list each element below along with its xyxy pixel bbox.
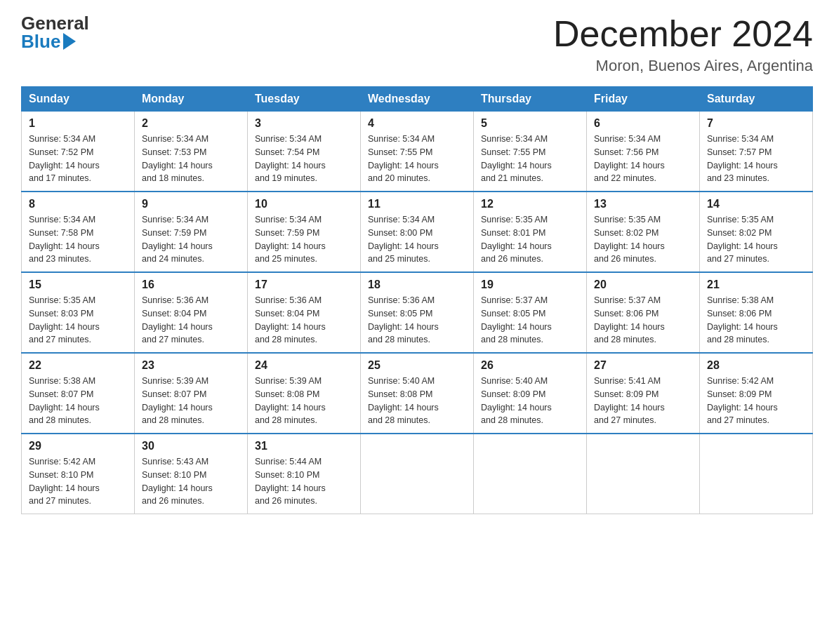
logo-arrow-icon bbox=[63, 33, 76, 50]
location-subtitle: Moron, Buenos Aires, Argentina bbox=[553, 57, 813, 75]
calendar-cell-w1-d5: 5 Sunrise: 5:34 AM Sunset: 7:55 PM Dayli… bbox=[474, 112, 587, 192]
col-header-saturday: Saturday bbox=[700, 87, 813, 112]
day-info: Sunrise: 5:39 AM Sunset: 8:07 PM Dayligh… bbox=[142, 375, 240, 427]
day-info: Sunrise: 5:34 AM Sunset: 7:59 PM Dayligh… bbox=[255, 213, 353, 266]
day-number: 14 bbox=[707, 198, 805, 210]
day-info: Sunrise: 5:42 AM Sunset: 8:09 PM Dayligh… bbox=[707, 375, 805, 427]
day-number: 22 bbox=[29, 359, 127, 372]
day-number: 27 bbox=[594, 359, 692, 372]
day-info: Sunrise: 5:41 AM Sunset: 8:09 PM Dayligh… bbox=[594, 375, 692, 427]
calendar-table: Sunday Monday Tuesday Wednesday Thursday… bbox=[21, 86, 813, 514]
logo: General Blue bbox=[21, 14, 89, 51]
day-number: 7 bbox=[707, 117, 805, 130]
day-number: 8 bbox=[29, 198, 127, 210]
calendar-cell-w5-d6 bbox=[587, 434, 700, 514]
calendar-cell-w3-d4: 18 Sunrise: 5:36 AM Sunset: 8:05 PM Dayl… bbox=[361, 272, 474, 353]
calendar-cell-w1-d3: 3 Sunrise: 5:34 AM Sunset: 7:54 PM Dayli… bbox=[248, 112, 361, 192]
day-number: 29 bbox=[29, 440, 127, 452]
calendar-cell-w4-d3: 24 Sunrise: 5:39 AM Sunset: 8:08 PM Dayl… bbox=[248, 353, 361, 434]
col-header-sunday: Sunday bbox=[22, 87, 135, 112]
calendar-cell-w3-d5: 19 Sunrise: 5:37 AM Sunset: 8:05 PM Dayl… bbox=[474, 272, 587, 353]
calendar-cell-w3-d2: 16 Sunrise: 5:36 AM Sunset: 8:04 PM Dayl… bbox=[135, 272, 248, 353]
col-header-wednesday: Wednesday bbox=[361, 87, 474, 112]
day-number: 12 bbox=[481, 198, 579, 210]
day-number: 1 bbox=[29, 117, 127, 130]
calendar-week-1: 1 Sunrise: 5:34 AM Sunset: 7:52 PM Dayli… bbox=[22, 112, 813, 192]
calendar-cell-w3-d1: 15 Sunrise: 5:35 AM Sunset: 8:03 PM Dayl… bbox=[22, 272, 135, 353]
calendar-cell-w1-d1: 1 Sunrise: 5:34 AM Sunset: 7:52 PM Dayli… bbox=[22, 112, 135, 192]
day-info: Sunrise: 5:35 AM Sunset: 8:02 PM Dayligh… bbox=[707, 213, 805, 266]
day-number: 30 bbox=[142, 440, 240, 452]
calendar-week-2: 8 Sunrise: 5:34 AM Sunset: 7:58 PM Dayli… bbox=[22, 192, 813, 272]
day-info: Sunrise: 5:42 AM Sunset: 8:10 PM Dayligh… bbox=[29, 455, 127, 508]
day-info: Sunrise: 5:36 AM Sunset: 8:04 PM Dayligh… bbox=[142, 294, 240, 347]
calendar-cell-w2-d6: 13 Sunrise: 5:35 AM Sunset: 8:02 PM Dayl… bbox=[587, 192, 700, 272]
calendar-cell-w1-d2: 2 Sunrise: 5:34 AM Sunset: 7:53 PM Dayli… bbox=[135, 112, 248, 192]
day-number: 26 bbox=[481, 359, 579, 372]
day-info: Sunrise: 5:38 AM Sunset: 8:07 PM Dayligh… bbox=[29, 375, 127, 427]
day-number: 13 bbox=[594, 198, 692, 210]
day-info: Sunrise: 5:39 AM Sunset: 8:08 PM Dayligh… bbox=[255, 375, 353, 427]
calendar-cell-w5-d4 bbox=[361, 434, 474, 514]
calendar-week-4: 22 Sunrise: 5:38 AM Sunset: 8:07 PM Dayl… bbox=[22, 353, 813, 434]
day-info: Sunrise: 5:34 AM Sunset: 7:55 PM Dayligh… bbox=[481, 133, 579, 185]
day-info: Sunrise: 5:34 AM Sunset: 7:53 PM Dayligh… bbox=[142, 133, 240, 185]
day-number: 5 bbox=[481, 117, 579, 130]
day-info: Sunrise: 5:34 AM Sunset: 7:54 PM Dayligh… bbox=[255, 133, 353, 185]
day-number: 17 bbox=[255, 279, 353, 291]
day-info: Sunrise: 5:40 AM Sunset: 8:09 PM Dayligh… bbox=[481, 375, 579, 427]
day-info: Sunrise: 5:35 AM Sunset: 8:03 PM Dayligh… bbox=[29, 294, 127, 347]
day-info: Sunrise: 5:34 AM Sunset: 7:52 PM Dayligh… bbox=[29, 133, 127, 185]
day-number: 10 bbox=[255, 198, 353, 210]
calendar-cell-w4-d7: 28 Sunrise: 5:42 AM Sunset: 8:09 PM Dayl… bbox=[700, 353, 813, 434]
calendar-cell-w4-d4: 25 Sunrise: 5:40 AM Sunset: 8:08 PM Dayl… bbox=[361, 353, 474, 434]
calendar-cell-w3-d6: 20 Sunrise: 5:37 AM Sunset: 8:06 PM Dayl… bbox=[587, 272, 700, 353]
day-info: Sunrise: 5:34 AM Sunset: 7:58 PM Dayligh… bbox=[29, 213, 127, 266]
day-number: 21 bbox=[707, 279, 805, 291]
calendar-cell-w5-d5 bbox=[474, 434, 587, 514]
day-info: Sunrise: 5:35 AM Sunset: 8:01 PM Dayligh… bbox=[481, 213, 579, 266]
calendar-header-row: Sunday Monday Tuesday Wednesday Thursday… bbox=[22, 87, 813, 112]
day-number: 19 bbox=[481, 279, 579, 291]
day-number: 16 bbox=[142, 279, 240, 291]
day-info: Sunrise: 5:37 AM Sunset: 8:06 PM Dayligh… bbox=[594, 294, 692, 347]
day-number: 25 bbox=[368, 359, 466, 372]
day-number: 15 bbox=[29, 279, 127, 291]
col-header-tuesday: Tuesday bbox=[248, 87, 361, 112]
col-header-monday: Monday bbox=[135, 87, 248, 112]
calendar-cell-w5-d2: 30 Sunrise: 5:43 AM Sunset: 8:10 PM Dayl… bbox=[135, 434, 248, 514]
day-number: 24 bbox=[255, 359, 353, 372]
page-header: General Blue December 2024 Moron, Buenos… bbox=[21, 14, 813, 75]
col-header-friday: Friday bbox=[587, 87, 700, 112]
day-info: Sunrise: 5:34 AM Sunset: 7:55 PM Dayligh… bbox=[368, 133, 466, 185]
calendar-cell-w4-d2: 23 Sunrise: 5:39 AM Sunset: 8:07 PM Dayl… bbox=[135, 353, 248, 434]
day-info: Sunrise: 5:36 AM Sunset: 8:05 PM Dayligh… bbox=[368, 294, 466, 347]
calendar-cell-w2-d7: 14 Sunrise: 5:35 AM Sunset: 8:02 PM Dayl… bbox=[700, 192, 813, 272]
day-info: Sunrise: 5:38 AM Sunset: 8:06 PM Dayligh… bbox=[707, 294, 805, 347]
day-info: Sunrise: 5:34 AM Sunset: 7:56 PM Dayligh… bbox=[594, 133, 692, 185]
day-info: Sunrise: 5:34 AM Sunset: 7:57 PM Dayligh… bbox=[707, 133, 805, 185]
calendar-body: 1 Sunrise: 5:34 AM Sunset: 7:52 PM Dayli… bbox=[22, 112, 813, 514]
calendar-cell-w5-d7 bbox=[700, 434, 813, 514]
calendar-cell-w2-d3: 10 Sunrise: 5:34 AM Sunset: 7:59 PM Dayl… bbox=[248, 192, 361, 272]
logo-blue-text: Blue bbox=[21, 32, 60, 51]
calendar-cell-w2-d2: 9 Sunrise: 5:34 AM Sunset: 7:59 PM Dayli… bbox=[135, 192, 248, 272]
calendar-cell-w4-d1: 22 Sunrise: 5:38 AM Sunset: 8:07 PM Dayl… bbox=[22, 353, 135, 434]
day-number: 6 bbox=[594, 117, 692, 130]
day-number: 31 bbox=[255, 440, 353, 452]
day-number: 3 bbox=[255, 117, 353, 130]
col-header-thursday: Thursday bbox=[474, 87, 587, 112]
calendar-cell-w5-d3: 31 Sunrise: 5:44 AM Sunset: 8:10 PM Dayl… bbox=[248, 434, 361, 514]
month-title: December 2024 bbox=[553, 14, 813, 54]
day-number: 2 bbox=[142, 117, 240, 130]
day-info: Sunrise: 5:44 AM Sunset: 8:10 PM Dayligh… bbox=[255, 455, 353, 508]
calendar-cell-w3-d3: 17 Sunrise: 5:36 AM Sunset: 8:04 PM Dayl… bbox=[248, 272, 361, 353]
calendar-cell-w2-d1: 8 Sunrise: 5:34 AM Sunset: 7:58 PM Dayli… bbox=[22, 192, 135, 272]
calendar-week-5: 29 Sunrise: 5:42 AM Sunset: 8:10 PM Dayl… bbox=[22, 434, 813, 514]
calendar-cell-w4-d5: 26 Sunrise: 5:40 AM Sunset: 8:09 PM Dayl… bbox=[474, 353, 587, 434]
day-number: 28 bbox=[707, 359, 805, 372]
calendar-cell-w2-d5: 12 Sunrise: 5:35 AM Sunset: 8:01 PM Dayl… bbox=[474, 192, 587, 272]
day-number: 4 bbox=[368, 117, 466, 130]
calendar-cell-w3-d7: 21 Sunrise: 5:38 AM Sunset: 8:06 PM Dayl… bbox=[700, 272, 813, 353]
day-number: 20 bbox=[594, 279, 692, 291]
